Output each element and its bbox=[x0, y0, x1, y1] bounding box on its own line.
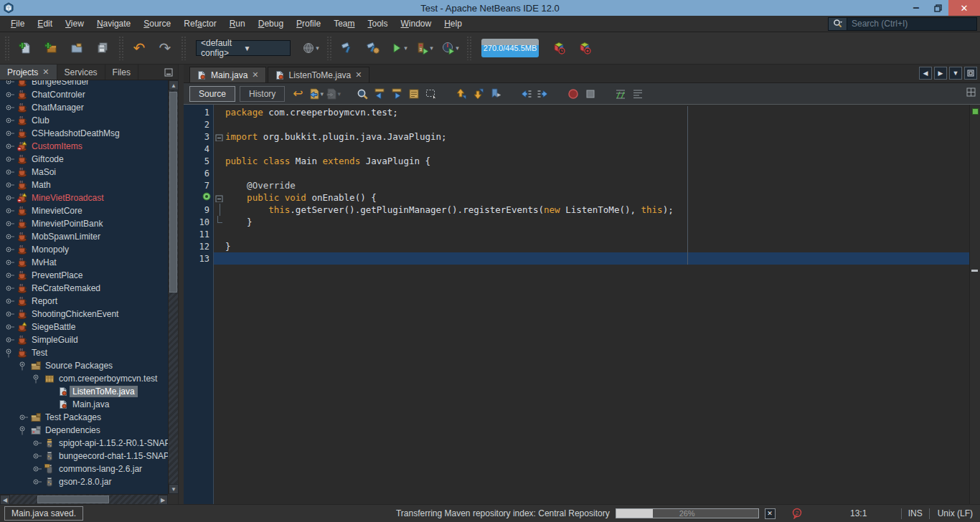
tree-toggle-icon[interactable] bbox=[32, 464, 43, 474]
split-document-icon[interactable] bbox=[966, 87, 976, 100]
toggle-bookmark-icon[interactable] bbox=[487, 85, 504, 103]
menu-navigate[interactable]: Navigate bbox=[90, 17, 137, 30]
new-file-button[interactable] bbox=[14, 37, 37, 60]
chevron-down-icon[interactable]: ▾ bbox=[404, 44, 407, 52]
chevron-down-icon[interactable]: ▾ bbox=[456, 44, 459, 52]
tree-item-recrateremaked[interactable]: ReCrateRemaked bbox=[0, 282, 168, 295]
editor-tab-listentome-java[interactable]: ListenToMe.java✕ bbox=[268, 67, 369, 82]
toggle-highlight-search-icon[interactable] bbox=[405, 85, 423, 103]
next-bookmark-icon[interactable] bbox=[470, 85, 487, 103]
open-project-button[interactable] bbox=[65, 37, 88, 60]
tree-item-minevietbroadcast[interactable]: MineVietBroadcast bbox=[0, 191, 168, 204]
menu-file[interactable]: File bbox=[4, 17, 31, 30]
tree-toggle-icon[interactable] bbox=[32, 451, 43, 461]
tree-horizontal-scrollbar[interactable]: ◀ ▶ bbox=[0, 494, 168, 504]
tree-item-spigot-api-1-15-2-r0-1-snaps[interactable]: spigot-api-1.15.2-R0.1-SNAPS bbox=[0, 437, 168, 450]
tree-item-preventplace[interactable]: PreventPlace bbox=[0, 269, 168, 282]
code-line-1[interactable]: 1package com.creeperboymcvn.test; bbox=[184, 106, 969, 118]
tree-item-report[interactable]: Report bbox=[0, 295, 168, 308]
tree-toggle-icon[interactable] bbox=[4, 232, 16, 242]
tree-toggle-icon[interactable] bbox=[4, 128, 16, 138]
scroll-tabs-left-icon[interactable]: ◀ bbox=[919, 67, 932, 80]
tree-toggle-icon[interactable] bbox=[18, 361, 29, 371]
restore-button[interactable] bbox=[927, 0, 948, 16]
tree-item-minevietcore[interactable]: MinevietCore bbox=[0, 204, 168, 217]
close-icon[interactable]: ✕ bbox=[355, 70, 362, 80]
scroll-down-icon[interactable]: ▼ bbox=[169, 484, 179, 494]
notifications-icon[interactable]: 2 bbox=[791, 508, 803, 519]
scroll-right-icon[interactable]: ▶ bbox=[158, 495, 168, 505]
chevron-down-icon[interactable]: ▾ bbox=[316, 44, 319, 52]
maximize-editor-icon[interactable] bbox=[964, 67, 977, 80]
tree-toggle-icon[interactable] bbox=[4, 90, 16, 100]
tree-toggle-icon[interactable] bbox=[4, 115, 16, 125]
code-line-10[interactable]: 10 } bbox=[184, 216, 969, 228]
maven-artifact-history-button[interactable] bbox=[547, 37, 570, 60]
uncomment-icon[interactable] bbox=[629, 85, 646, 103]
tree-toggle-icon[interactable] bbox=[4, 103, 16, 113]
tree-item-main-java[interactable]: Main.java bbox=[0, 398, 168, 411]
search-icon[interactable] bbox=[829, 18, 847, 30]
code-line-7[interactable]: 7 @Override bbox=[184, 179, 969, 191]
tree-item-club[interactable]: Club bbox=[0, 114, 168, 127]
maven-artifact-record-button[interactable] bbox=[573, 37, 596, 60]
error-stripe[interactable] bbox=[969, 105, 980, 504]
tree-toggle-icon[interactable] bbox=[4, 335, 16, 345]
tree-item-bungeesender[interactable]: BungeeSender bbox=[0, 80, 168, 88]
quick-search[interactable] bbox=[828, 17, 977, 31]
tree-item-source-packages[interactable]: Source Packages bbox=[0, 359, 168, 372]
tree-vertical-scrollbar[interactable]: ▲ ▼ bbox=[168, 80, 178, 494]
menu-help[interactable]: Help bbox=[438, 17, 468, 30]
scroll-up-icon[interactable]: ▲ bbox=[169, 80, 179, 90]
tree-item-bungeecord-chat-1-15-snaps[interactable]: bungeecord-chat-1.15-SNAPS bbox=[0, 450, 168, 462]
menu-debug[interactable]: Debug bbox=[252, 17, 290, 30]
back-icon[interactable]: ▾ bbox=[306, 85, 324, 103]
tree-item-gson-2-8-0-jar[interactable]: gson-2.8.0.jar bbox=[0, 475, 168, 488]
code-fold-icon[interactable] bbox=[214, 130, 225, 143]
tree-item-commons-lang-2-6-jar[interactable]: commons-lang-2.6.jar bbox=[0, 462, 168, 475]
shift-line-left-icon[interactable] bbox=[517, 85, 534, 103]
toggle-rectangular-selection-icon[interactable] bbox=[423, 85, 440, 103]
tree-toggle-icon[interactable] bbox=[18, 412, 29, 422]
code-fold-icon[interactable] bbox=[214, 191, 225, 204]
code-editor[interactable]: 1package com.creeperboymcvn.test;23impor… bbox=[184, 105, 980, 504]
tree-toggle-icon[interactable] bbox=[4, 270, 16, 280]
code-line-13[interactable]: 13 bbox=[184, 252, 969, 265]
tree-item-masoi[interactable]: MaSoi bbox=[0, 166, 168, 179]
tree-toggle-icon[interactable] bbox=[4, 167, 16, 177]
chevron-down-icon[interactable]: ▾ bbox=[338, 90, 341, 98]
profile-project-button[interactable]: ▾ bbox=[439, 37, 462, 60]
tab-list-dropdown-icon[interactable]: ▼ bbox=[949, 67, 962, 80]
previous-bookmark-icon[interactable] bbox=[453, 85, 470, 103]
tree-item-minevietpointbank[interactable]: MinevietPointBank bbox=[0, 217, 168, 230]
tree-toggle-icon[interactable] bbox=[18, 425, 29, 435]
vertical-scroll-thumb[interactable] bbox=[169, 92, 177, 293]
menu-refactor[interactable]: Refactor bbox=[177, 17, 222, 30]
tree-toggle-icon[interactable] bbox=[4, 283, 16, 293]
comment-icon[interactable]: // bbox=[612, 85, 629, 103]
run-project-button[interactable]: ▾ bbox=[387, 37, 410, 60]
tree-item-simpleguild[interactable]: SimpleGuild bbox=[0, 333, 168, 346]
tree-toggle-icon[interactable] bbox=[4, 80, 16, 87]
tree-item-mobspawnlimiter[interactable]: MobSpawnLimiter bbox=[0, 230, 168, 243]
view-button-history[interactable]: History bbox=[240, 86, 285, 102]
tree-item-com-creeperboymcvn-test[interactable]: com.creeperboymcvn.test bbox=[0, 372, 168, 385]
close-button[interactable]: ✕ bbox=[948, 0, 980, 16]
code-line-12[interactable]: 12} bbox=[184, 240, 969, 252]
tree-toggle-icon[interactable] bbox=[4, 219, 16, 229]
tree-toggle-icon[interactable] bbox=[4, 245, 16, 255]
clean-build-project-button[interactable] bbox=[362, 37, 385, 60]
tree-toggle-icon[interactable] bbox=[4, 154, 16, 164]
tree-toggle-icon[interactable] bbox=[32, 438, 43, 448]
tree-toggle-icon[interactable] bbox=[4, 141, 16, 151]
editor-tab-main-java[interactable]: Main.java✕ bbox=[189, 67, 266, 82]
stop-macro-recording-icon[interactable] bbox=[582, 85, 599, 103]
code-line-3[interactable]: 3import org.bukkit.plugin.java.JavaPlugi… bbox=[184, 130, 969, 143]
config-select[interactable]: <default config>▼ bbox=[196, 40, 291, 56]
memory-indicator[interactable]: 270.0/445.5MB bbox=[481, 39, 539, 57]
insert-mode[interactable]: INS bbox=[907, 508, 924, 518]
find-next-occurrence-icon[interactable] bbox=[388, 85, 405, 103]
find-selection-icon[interactable] bbox=[354, 85, 371, 103]
tree-item-test-packages[interactable]: Test Packages bbox=[0, 411, 168, 424]
tree-toggle-icon[interactable] bbox=[4, 296, 16, 306]
